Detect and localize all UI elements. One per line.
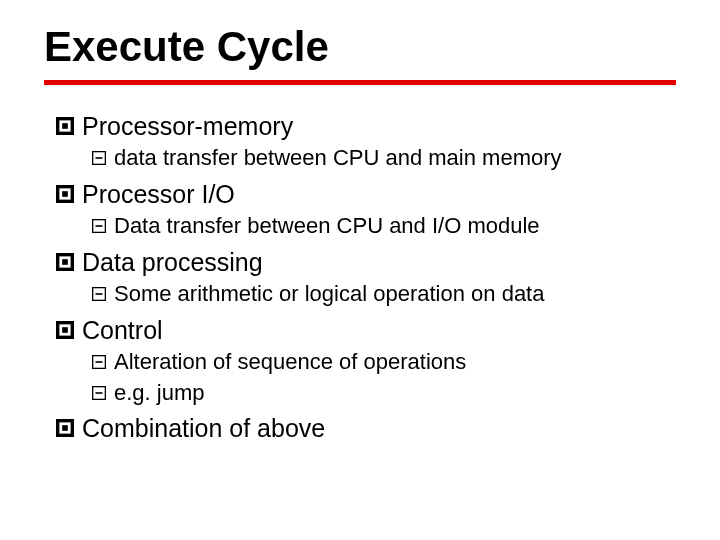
svg-rect-12	[62, 259, 68, 265]
sub-list-item-label: e.g. jump	[114, 379, 676, 408]
list-item-label: Processor-memory	[82, 111, 676, 142]
box-bullet-icon	[92, 219, 106, 233]
list-item: Control	[56, 315, 676, 346]
sub-list-item: data transfer between CPU and main memor…	[92, 144, 676, 173]
square-bullet-icon	[56, 185, 74, 203]
slide: Execute Cycle Processor-memory data tran…	[0, 0, 720, 540]
sub-list-item-label: Some arithmetic or logical operation on …	[114, 280, 676, 309]
list-item-label: Combination of above	[82, 413, 676, 444]
svg-rect-24	[62, 425, 68, 431]
svg-rect-7	[62, 191, 68, 197]
sub-list-item: Some arithmetic or logical operation on …	[92, 280, 676, 309]
page-title: Execute Cycle	[44, 24, 676, 70]
sub-list-item: e.g. jump	[92, 379, 676, 408]
list-item: Processor-memory	[56, 111, 676, 142]
list-item-label: Control	[82, 315, 676, 346]
svg-rect-2	[62, 123, 68, 129]
list-item: Processor I/O	[56, 179, 676, 210]
square-bullet-icon	[56, 419, 74, 437]
title-rule	[44, 80, 676, 85]
square-bullet-icon	[56, 253, 74, 271]
svg-rect-17	[62, 327, 68, 333]
list-item-label: Processor I/O	[82, 179, 676, 210]
list-item: Combination of above	[56, 413, 676, 444]
sub-list-item: Alteration of sequence of operations	[92, 348, 676, 377]
list-item-label: Data processing	[82, 247, 676, 278]
sub-list-item-label: data transfer between CPU and main memor…	[114, 144, 676, 173]
box-bullet-icon	[92, 287, 106, 301]
box-bullet-icon	[92, 355, 106, 369]
square-bullet-icon	[56, 321, 74, 339]
square-bullet-icon	[56, 117, 74, 135]
sub-list-item-label: Alteration of sequence of operations	[114, 348, 676, 377]
sub-list-item-label: Data transfer between CPU and I/O module	[114, 212, 676, 241]
list-item: Data processing	[56, 247, 676, 278]
box-bullet-icon	[92, 386, 106, 400]
box-bullet-icon	[92, 151, 106, 165]
sub-list-item: Data transfer between CPU and I/O module	[92, 212, 676, 241]
